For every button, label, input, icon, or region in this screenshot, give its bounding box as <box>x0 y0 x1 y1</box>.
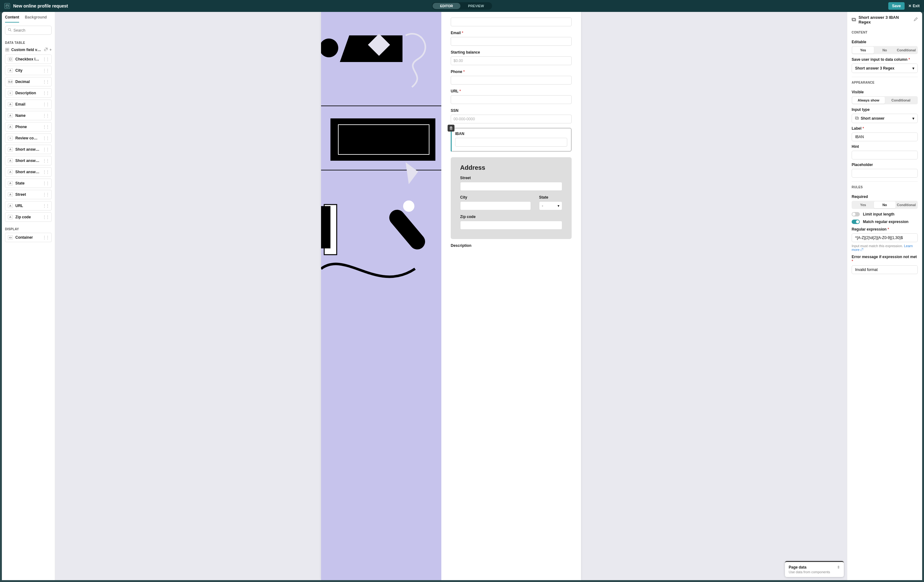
input-email[interactable] <box>451 37 572 46</box>
field-item[interactable]: ≡Description⋮⋮ <box>5 88 52 98</box>
input-label[interactable] <box>851 132 918 141</box>
tab-content[interactable]: Content <box>5 15 19 23</box>
table-name[interactable]: Custom field vali... <box>11 48 42 52</box>
input-ssn[interactable] <box>451 115 572 124</box>
drag-handle-icon[interactable]: ⋮⋮ <box>43 79 49 84</box>
drag-handle-icon[interactable]: ⋮⋮ <box>43 57 49 61</box>
field-item[interactable]: AState⋮⋮ <box>5 178 52 188</box>
input-street[interactable] <box>460 182 562 191</box>
field-type-icon: A <box>8 114 13 118</box>
iban-selected-block[interactable]: IBAN <box>451 128 572 152</box>
save-button[interactable]: Save <box>888 2 904 10</box>
select-state[interactable]: -▾ <box>539 201 562 210</box>
chevron-down-icon: ▾ <box>912 66 914 71</box>
section-data-table: DATA TABLE <box>2 38 55 46</box>
svg-rect-16 <box>321 206 330 248</box>
field-item[interactable]: AShort answer 2 (...⋮⋮ <box>5 156 52 165</box>
label-input-type: Input type <box>851 107 918 112</box>
field-item[interactable]: AStreet⋮⋮ <box>5 190 52 199</box>
editable-conditional[interactable]: Conditional <box>896 47 917 54</box>
drag-handle-icon[interactable]: ⋮⋮ <box>43 125 49 129</box>
label-ssn: SSN <box>451 108 572 113</box>
table-icon <box>5 48 9 52</box>
input-phone[interactable] <box>451 76 572 84</box>
input-top[interactable] <box>451 18 572 26</box>
svg-point-18 <box>403 201 414 212</box>
section-content: CONTENT <box>851 31 918 34</box>
expand-icon[interactable]: ⇕ <box>837 565 840 569</box>
drag-handle-icon[interactable]: ⋮⋮ <box>43 147 49 152</box>
field-type-icon: A <box>8 125 13 129</box>
drag-handle-icon[interactable]: ⋮⋮ <box>43 136 49 140</box>
element-name: Short answer 3 IBAN Regex <box>858 15 911 25</box>
svg-rect-22 <box>855 117 858 119</box>
select-save-column[interactable]: Short answer 3 Regex▾ <box>851 64 918 73</box>
container-icon: ▭ <box>8 235 13 240</box>
editor-preview-toggle: EDITOR PREVIEW <box>432 2 492 10</box>
input-balance[interactable] <box>451 56 572 65</box>
drag-handle-icon[interactable]: ⋮⋮ <box>43 68 49 73</box>
drag-handle-icon[interactable]: ⋮⋮ <box>43 114 49 118</box>
edit-name-icon[interactable] <box>913 17 918 23</box>
input-iban[interactable] <box>455 138 567 147</box>
label-visible: Visible <box>851 90 918 94</box>
field-label: Checkbox label <box>15 57 40 61</box>
field-item[interactable]: ≡Review comments⋮⋮ <box>5 134 52 143</box>
field-item[interactable]: AZip code⋮⋮ <box>5 213 52 222</box>
visible-conditional[interactable]: Conditional <box>885 97 917 104</box>
select-input-type[interactable]: Short answer▾ <box>851 114 918 123</box>
drag-handle-icon[interactable]: ⋮⋮ <box>43 102 49 107</box>
drag-handle-icon[interactable]: ⋮⋮ <box>43 170 49 174</box>
field-item[interactable]: AName⋮⋮ <box>5 111 52 120</box>
input-regex[interactable] <box>851 233 918 242</box>
required-yes[interactable]: Yes <box>852 201 874 208</box>
editable-yes[interactable]: Yes <box>852 47 874 54</box>
page-data-panel[interactable]: Page data⇕ Use data from components <box>785 561 844 577</box>
drag-handle-icon[interactable]: ⋮⋮ <box>43 158 49 163</box>
input-city[interactable] <box>460 201 531 210</box>
address-container[interactable]: Address Street City State -▾ <box>451 157 572 239</box>
drag-handle-icon[interactable]: ⋮⋮ <box>43 215 49 219</box>
input-url[interactable] <box>451 95 572 104</box>
drag-handle-icon[interactable]: ⋮⋮ <box>43 192 49 197</box>
open-table-icon[interactable] <box>44 48 48 52</box>
field-item[interactable]: AURL⋮⋮ <box>5 201 52 211</box>
label-error-msg: Error message if expression not met * <box>851 255 918 264</box>
app-icon[interactable] <box>4 3 10 9</box>
drag-handle-icon[interactable]: ⋮⋮ <box>43 204 49 208</box>
drag-handle-icon[interactable]: ⋮⋮ <box>43 235 49 240</box>
field-item[interactable]: ACity⋮⋮ <box>5 66 52 75</box>
field-item[interactable]: 0.0Decimal⋮⋮ <box>5 77 52 86</box>
field-item[interactable]: ☐Checkbox label⋮⋮ <box>5 54 52 64</box>
display-item[interactable]: ▭Container⋮⋮ <box>5 233 52 242</box>
drag-handle-icon[interactable]: ⋮⋮ <box>43 91 49 95</box>
input-placeholder[interactable] <box>851 169 918 178</box>
required-conditional[interactable]: Conditional <box>896 201 917 208</box>
visible-always[interactable]: Always show <box>852 97 885 104</box>
toggle-limit-length[interactable] <box>851 212 860 216</box>
input-error-msg[interactable] <box>851 265 918 274</box>
search-input[interactable] <box>13 28 49 33</box>
drag-handle-icon[interactable]: ⋮⋮ <box>43 181 49 185</box>
add-table-icon[interactable]: + <box>50 48 52 52</box>
field-label: Short answer 3 R... <box>15 170 40 174</box>
tab-background[interactable]: Background <box>25 15 47 23</box>
required-no[interactable]: No <box>874 201 896 208</box>
label-description: Description <box>451 243 572 248</box>
section-rules: RULES <box>851 185 918 189</box>
field-item[interactable]: AEmail⋮⋮ <box>5 100 52 109</box>
delete-element-button[interactable] <box>447 125 454 132</box>
field-type-icon: A <box>8 181 13 185</box>
input-hint[interactable] <box>851 151 918 160</box>
toggle-match-regex[interactable] <box>851 219 860 224</box>
preview-tab[interactable]: PREVIEW <box>460 3 492 9</box>
field-item[interactable]: AShort answer 3 R...⋮⋮ <box>5 167 52 176</box>
field-label: Description <box>15 91 40 95</box>
exit-button[interactable]: ✕Exit <box>908 4 920 8</box>
field-item[interactable]: AShort answer 1⋮⋮ <box>5 145 52 154</box>
input-zip[interactable] <box>460 221 562 229</box>
editable-no[interactable]: No <box>874 47 896 54</box>
field-item[interactable]: APhone⋮⋮ <box>5 122 52 132</box>
field-label: Name <box>15 114 40 118</box>
editor-tab[interactable]: EDITOR <box>432 3 460 9</box>
